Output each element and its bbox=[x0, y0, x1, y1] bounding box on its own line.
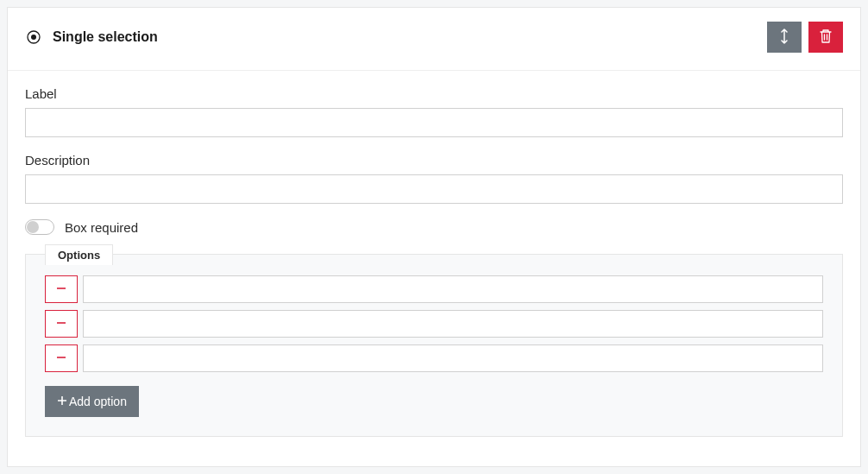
move-button[interactable] bbox=[767, 22, 802, 53]
option-input[interactable] bbox=[83, 275, 823, 303]
option-row bbox=[45, 275, 823, 303]
add-option-label: Add option bbox=[69, 395, 127, 408]
required-toggle-row: Box required bbox=[25, 219, 843, 235]
header-actions bbox=[767, 22, 843, 53]
option-input[interactable] bbox=[83, 344, 823, 372]
remove-option-button[interactable] bbox=[45, 344, 78, 372]
card-body: Label Description Box required Options bbox=[8, 71, 860, 452]
arrows-vertical-icon bbox=[777, 28, 791, 47]
options-box: Options bbox=[25, 254, 843, 437]
remove-option-button[interactable] bbox=[45, 310, 78, 338]
options-tab-label: Options bbox=[45, 244, 113, 265]
description-input[interactable] bbox=[25, 174, 843, 204]
option-row bbox=[45, 344, 823, 372]
label-field-group: Label bbox=[25, 86, 843, 137]
required-toggle[interactable] bbox=[25, 219, 54, 235]
minus-icon bbox=[55, 317, 67, 332]
option-row bbox=[45, 310, 823, 338]
card-title: Single selection bbox=[53, 29, 158, 45]
delete-button[interactable] bbox=[808, 22, 843, 53]
option-input[interactable] bbox=[83, 310, 823, 338]
minus-icon bbox=[55, 351, 67, 366]
svg-point-1 bbox=[31, 35, 36, 40]
plus-icon bbox=[57, 395, 67, 408]
trash-icon bbox=[819, 28, 833, 47]
card-header: Single selection bbox=[8, 8, 860, 71]
form-builder-card: Single selection Label bbox=[7, 7, 861, 467]
required-toggle-label: Box required bbox=[65, 220, 138, 235]
minus-icon bbox=[55, 282, 67, 297]
remove-option-button[interactable] bbox=[45, 275, 78, 303]
add-option-button[interactable]: Add option bbox=[45, 386, 139, 417]
description-field-label: Description bbox=[25, 153, 843, 167]
header-left: Single selection bbox=[27, 29, 158, 45]
label-field-label: Label bbox=[25, 86, 843, 101]
description-field-group: Description bbox=[25, 153, 843, 204]
label-input[interactable] bbox=[25, 108, 843, 137]
radio-circle-icon bbox=[27, 30, 41, 44]
